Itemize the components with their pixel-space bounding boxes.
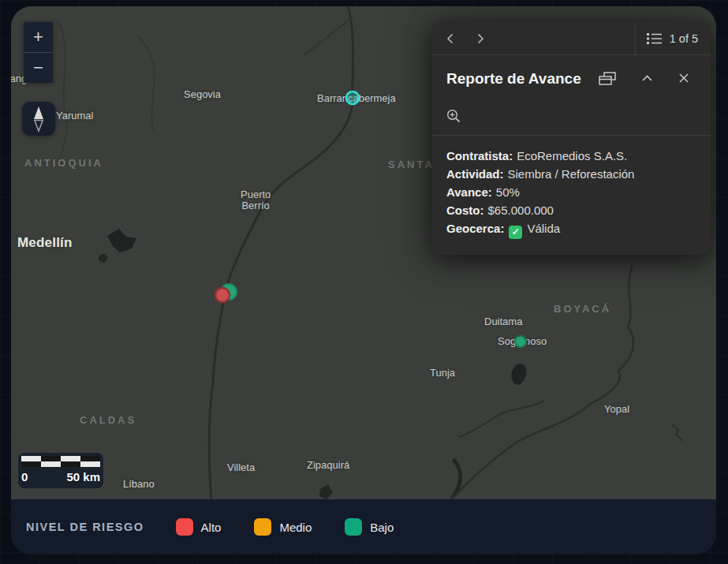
close-icon	[678, 73, 689, 84]
scalebar-segment	[21, 461, 41, 467]
field-value: Válida	[527, 222, 560, 235]
popup-title-actions	[592, 66, 700, 90]
popup-action-row	[432, 99, 711, 136]
popup-content: Contratista:EcoRemedios S.A.S.Actividad:…	[432, 136, 711, 255]
legend-items: AltoMedioBajo	[176, 518, 394, 536]
compass-button[interactable]	[22, 102, 55, 136]
popup-pager-count: 1 of 5	[670, 32, 698, 45]
map-application: ANTIOQUIASANTANDERBOYACÁCALDASItuangoSeg…	[11, 6, 716, 555]
legend-item-alto: Alto	[176, 518, 222, 536]
field-label: Contratista:	[446, 149, 513, 162]
scalebar-segment	[41, 456, 61, 461]
dock-icon	[599, 71, 616, 85]
risk-legend-bar: NIVEL DE RIESGO AltoMedioBajo	[11, 499, 716, 555]
close-popup-button[interactable]	[671, 68, 696, 88]
popup-field: Costo:$65.000.000	[446, 201, 696, 219]
scalebar-segment	[80, 456, 100, 461]
popup-pager[interactable]: 1 of 5	[635, 22, 711, 54]
scalebar-segment	[41, 461, 61, 467]
next-feature-button[interactable]	[469, 28, 492, 50]
zoom-in-button[interactable]: +	[24, 22, 53, 52]
north-arrow-icon	[30, 106, 47, 133]
popup-feature-nav	[432, 22, 635, 54]
legend-label: Alto	[201, 521, 222, 534]
popup-field: Actividad:Siembra / Reforestación	[446, 165, 696, 183]
field-value: EcoRemedios S.A.S.	[517, 149, 627, 162]
field-value: Siembra / Reforestación	[508, 167, 635, 181]
previous-feature-button[interactable]	[439, 28, 462, 50]
popup-field: Geocerca:✓Válida	[446, 219, 696, 239]
check-badge-icon: ✓	[509, 226, 522, 239]
legend-item-bajo: Bajo	[345, 518, 394, 536]
chevron-left-icon	[445, 32, 456, 45]
scalebar-start-label: 0	[21, 470, 28, 484]
scalebar-segment	[61, 456, 80, 461]
legend-label: Bajo	[370, 521, 394, 534]
chevron-up-icon	[641, 74, 653, 82]
field-label: Costo:	[446, 204, 484, 217]
field-label: Avance:	[446, 185, 492, 199]
field-value: $65.000.000	[488, 204, 554, 217]
scalebar-segment	[21, 456, 41, 461]
marker-bajo-barrancabermeja[interactable]	[346, 92, 359, 104]
scalebar-track	[21, 456, 100, 467]
popup-field: Contratista:EcoRemedios S.A.S.	[446, 147, 696, 165]
chevron-right-icon	[475, 32, 486, 45]
legend-swatch-icon	[254, 518, 271, 536]
legend-swatch-icon	[176, 518, 193, 536]
marker-alto-selected[interactable]	[215, 288, 230, 302]
scalebar-segment	[61, 461, 80, 467]
feature-popup: 1 of 5 Reporte de Avance	[432, 22, 711, 255]
field-label: Geocerca:	[446, 222, 504, 235]
zoom-control: + −	[24, 22, 53, 83]
legend-title: NIVEL DE RIESGO	[26, 521, 144, 533]
scalebar-segment	[80, 461, 100, 467]
scalebar-end-label: 50 km	[66, 470, 100, 484]
collapse-popup-button[interactable]	[634, 69, 660, 87]
popup-title: Reporte de Avance	[446, 69, 584, 88]
popup-header: 1 of 5	[432, 22, 711, 55]
field-label: Actividad:	[446, 167, 504, 181]
legend-label: Medio	[279, 521, 312, 534]
field-value: 50%	[496, 185, 520, 199]
legend-swatch-icon	[345, 518, 362, 536]
zoom-out-button[interactable]: −	[24, 53, 53, 83]
feature-list-icon	[647, 32, 662, 45]
zoom-to-feature-button[interactable]	[446, 109, 461, 124]
scalebar: 0 50 km	[18, 453, 103, 488]
popup-titlebar: Reporte de Avance	[432, 55, 711, 99]
map-canvas[interactable]: ANTIOQUIASANTANDERBOYACÁCALDASItuangoSeg…	[11, 6, 716, 499]
marker-bajo-sogamoso[interactable]	[515, 336, 526, 347]
dock-popup-button[interactable]	[592, 66, 623, 90]
popup-field: Avance:50%	[446, 183, 696, 201]
legend-item-medio: Medio	[254, 518, 312, 536]
magnifier-plus-icon	[446, 109, 461, 124]
